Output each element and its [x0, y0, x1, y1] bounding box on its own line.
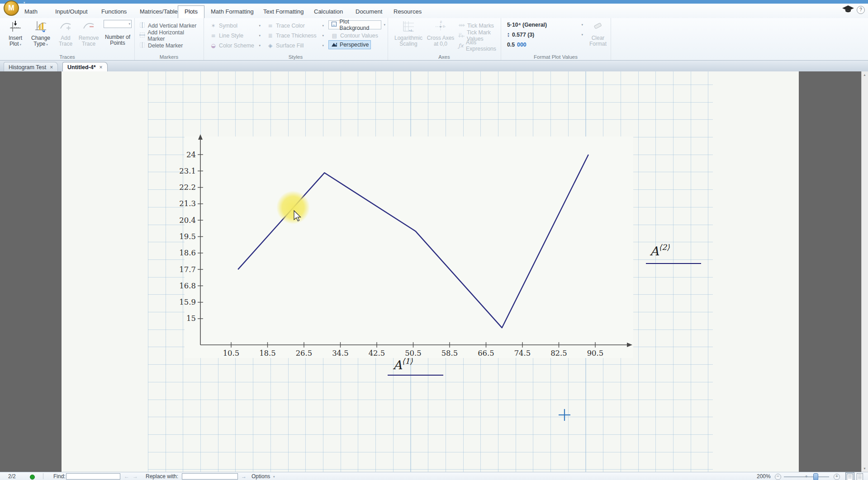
scroll-up-icon[interactable]: ▲	[863, 73, 866, 76]
ribbon-tab-text-formatting[interactable]: Text Formatting	[257, 6, 310, 17]
options-caret-icon[interactable]: ▾	[273, 475, 275, 479]
replace-input[interactable]	[182, 473, 238, 480]
ribbon-tab-math-formatting[interactable]: Math Formatting	[204, 6, 260, 17]
add-horizontal-marker-icon	[139, 32, 145, 39]
title-bar	[0, 0, 868, 4]
trace-color-icon: ≡	[267, 23, 274, 29]
add-horizontal-marker-button[interactable]: Add Horizontal Marker	[139, 32, 200, 40]
add-vertical-marker-label: Add Vertical Marker	[148, 23, 196, 29]
axis-expressions-button[interactable]: ƒx Axis Expressions	[458, 42, 500, 50]
logarithmic-scaling-icon	[393, 20, 424, 34]
vertical-scrollbar[interactable]: ▲ ▼	[861, 71, 868, 472]
worksheet-page[interactable]	[62, 71, 799, 472]
trace-thickness-label: Trace Thickness	[276, 33, 317, 39]
zoom-in-button[interactable]: +	[834, 474, 840, 480]
doc-tab-untitled-4[interactable]: Untitled-4* ×	[62, 62, 108, 72]
trace-thickness-button[interactable]: ≣ Trace Thickness▾	[267, 32, 324, 40]
precision-caret-icon[interactable]: ▾	[581, 33, 583, 37]
clear-format-icon	[587, 20, 609, 34]
perspective-row: Perspective	[328, 41, 385, 49]
cross-axes-icon: 0 0	[426, 20, 455, 34]
view-mode-page-button[interactable]	[845, 472, 854, 480]
insert-plot-button[interactable]: Insert Plot▾	[4, 19, 27, 47]
ribbon-tab-bar: Math Input/Output Functions Matrices/Tab…	[0, 4, 868, 18]
insert-plot-caret-icon[interactable]: ▾	[20, 43, 22, 46]
worksheet-area[interactable]: ▲ ▼	[0, 71, 868, 472]
ribbon-tab-math[interactable]: Math	[18, 6, 44, 17]
worksheet-grid	[148, 71, 713, 472]
spinner-up-down-icon[interactable]: ▲▼	[507, 32, 510, 38]
tick-marks-button[interactable]: Tick Marks	[458, 22, 500, 30]
ribbon-group-styles: ✶ Symbol▾ ≡ Line Style▾ ◒ Color Scheme▾ …	[204, 18, 388, 60]
zoom-level: 200%	[757, 473, 771, 480]
app-logo-icon[interactable]: M	[4, 0, 19, 16]
change-type-button[interactable]: Change Type▾	[28, 19, 53, 47]
logarithmic-scaling-button[interactable]: Logarithmic Scaling	[393, 19, 424, 47]
add-trace-button[interactable]: Add Trace	[55, 19, 76, 47]
zoom-out-button[interactable]: −	[775, 474, 781, 480]
plot-background-button[interactable]: Plot Background	[328, 20, 381, 29]
ribbon-tab-resources[interactable]: Resources	[387, 6, 428, 17]
surface-fill-button[interactable]: ◈ Surface Fill▾	[267, 42, 324, 50]
zoom-slider-tick-icon: ◆	[805, 475, 807, 478]
delete-marker-icon	[139, 42, 146, 49]
change-type-icon	[28, 20, 53, 34]
scroll-down-icon[interactable]: ▼	[863, 467, 866, 470]
clear-format-label: Clear Format	[589, 35, 607, 47]
remove-trace-button[interactable]: Remove Trace	[77, 19, 100, 47]
find-next-icon[interactable]: →	[133, 473, 138, 480]
logarithmic-scaling-label: Logarithmic Scaling	[394, 35, 422, 47]
ribbon-tab-functions[interactable]: Functions	[95, 6, 133, 17]
close-icon[interactable]: ×	[50, 64, 53, 71]
find-input[interactable]	[66, 473, 120, 480]
ribbon-tab-input-output[interactable]: Input/Output	[49, 6, 94, 17]
doc-tab-histogram-test[interactable]: Histogram Test ×	[4, 62, 58, 72]
number-of-points-caret-icon[interactable]: ▾	[128, 22, 130, 26]
color-scheme-button[interactable]: ◒ Color Scheme▾	[210, 42, 261, 50]
find-previous-icon[interactable]: ←	[124, 473, 129, 480]
status-bar: 2/2 Find: ← → Replace with: → Options ▾ …	[0, 472, 868, 480]
tick-mark-values-button[interactable]: 12 Tick Mark Values	[458, 32, 500, 40]
trace-color-label: Trace Color	[276, 23, 305, 29]
trace-thickness-icon: ≣	[267, 33, 274, 39]
view-mode-draft-button[interactable]	[857, 473, 863, 480]
plot-background-caret-icon[interactable]: ▾	[384, 23, 385, 27]
ribbon-tab-document[interactable]: Document	[349, 6, 389, 17]
ribbon-tab-calculation[interactable]: Calculation	[308, 6, 349, 17]
page-indicator: 2/2	[8, 473, 16, 480]
axis-expressions-icon: ƒx	[458, 42, 464, 49]
change-type-caret-icon[interactable]: ▾	[46, 43, 48, 46]
ribbon-group-axes: Logarithmic Scaling 0 0 Cross Axes at 0,…	[388, 18, 501, 60]
contour-values-button[interactable]: ▤ Contour Values	[331, 32, 385, 40]
quick-access-caret-icon[interactable]: ▾	[24, 1, 25, 5]
symbol-button[interactable]: ✶ Symbol▾	[210, 22, 261, 30]
svg-text:12: 12	[459, 33, 461, 35]
add-vertical-marker-button[interactable]: Add Vertical Marker	[139, 22, 200, 30]
learning-center-icon[interactable]	[842, 5, 854, 14]
options-button[interactable]: Options	[251, 473, 270, 480]
close-icon[interactable]: ×	[100, 64, 103, 71]
perspective-button[interactable]: Perspective	[328, 40, 371, 49]
doc-tab-label: Untitled-4*	[67, 64, 96, 71]
replace-go-icon[interactable]: →	[241, 473, 247, 480]
help-button[interactable]: ?	[857, 6, 865, 14]
clear-format-button[interactable]: Clear Format	[587, 19, 609, 47]
delete-marker-button[interactable]: Delete Marker	[139, 42, 200, 50]
number-format-dropdown[interactable]: 5·10⁴ (General) ▾	[507, 21, 583, 29]
group-label-axes: Axes	[388, 54, 501, 60]
cross-axes-button[interactable]: 0 0 Cross Axes at 0,0	[426, 19, 455, 47]
calculation-status-icon	[30, 475, 35, 480]
ribbon-group-markers: Add Vertical Marker Add Horizontal Marke…	[134, 18, 204, 60]
ribbon-tab-plots[interactable]: Plots	[178, 5, 204, 19]
precision-spinner[interactable]: ▲▼ 0.577 (3) ▾	[507, 31, 583, 39]
line-style-button[interactable]: ≡ Line Style▾	[210, 32, 261, 40]
separator	[43, 473, 43, 479]
number-of-points-combobox[interactable]: ▾	[104, 20, 132, 28]
insert-plot-icon	[4, 20, 27, 34]
application-window: M ▾ Math Input/Output Functions Matrices…	[0, 0, 868, 480]
zoom-slider-handle[interactable]	[813, 473, 818, 480]
trace-color-button[interactable]: ≡ Trace Color▾	[267, 22, 324, 30]
number-format-caret-icon[interactable]: ▾	[581, 23, 583, 27]
precision-value: 0.577 (3)	[512, 32, 534, 38]
perspective-label: Perspective	[340, 42, 369, 48]
